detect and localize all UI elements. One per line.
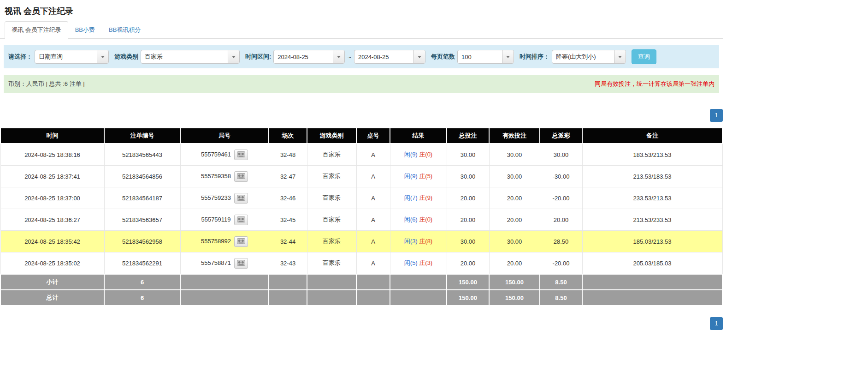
sort-order-input[interactable]: [552, 50, 614, 63]
cell-game-type: 百家乐: [307, 209, 356, 231]
cell-payout: -30.00: [540, 166, 582, 187]
subtotal-count: 6: [104, 274, 180, 290]
table-header-row: 时间注单编号局号场次游戏类别桌号结果总投注有效投注总派彩备注: [0, 128, 722, 144]
date-from-select[interactable]: [273, 50, 345, 64]
cell-time: 2024-08-25 18:35:02: [0, 252, 104, 275]
page-button-1[interactable]: 1: [710, 317, 723, 330]
cell-game-type: 百家乐: [307, 252, 356, 275]
video-replay-button[interactable]: [234, 193, 248, 204]
total-valid-bet: 150.00: [489, 290, 540, 306]
cell-game-type: 百家乐: [307, 187, 356, 209]
cell-result: 闲(7) 庄(9): [390, 187, 447, 209]
column-header: 局号: [180, 128, 269, 144]
round-id-text: 555759358: [201, 172, 231, 179]
chevron-down-icon[interactable]: [614, 50, 626, 63]
result-banker: 庄(9): [419, 194, 432, 201]
cell-valid-bet: 20.00: [489, 252, 540, 275]
cell-result: 闲(6) 庄(0): [390, 209, 447, 231]
cell-round-id: 555759358: [180, 166, 269, 187]
total-label: 总计: [0, 290, 104, 306]
cell-total-bet[interactable]: 30.00: [447, 144, 489, 166]
subtotal-empty-round: [180, 274, 269, 290]
date-to-select[interactable]: [354, 50, 425, 64]
cell-game-type: 百家乐: [307, 166, 356, 187]
search-button[interactable]: 查询: [632, 49, 656, 64]
cell-result: 闲(5) 庄(3): [390, 252, 447, 275]
video-camera-icon: [237, 174, 245, 180]
cell-table-no: A: [356, 187, 390, 209]
video-replay-button[interactable]: [234, 215, 248, 225]
video-replay-button[interactable]: [234, 258, 248, 269]
video-replay-button[interactable]: [234, 171, 248, 182]
cell-result: 闲(9) 庄(5): [390, 166, 447, 187]
cell-total-bet[interactable]: 30.00: [447, 231, 489, 252]
cell-total-bet[interactable]: 20.00: [447, 187, 489, 209]
cell-bet-id: 521834564187: [104, 187, 180, 209]
subtotal-valid-bet: 150.00: [489, 274, 540, 290]
total-empty-round: [180, 290, 269, 306]
page-title: 视讯 会员下注纪录: [5, 6, 723, 17]
time-range-label: 时间区间:: [245, 53, 271, 61]
cell-round-id: 555759119: [180, 209, 269, 231]
tab-bb-tips[interactable]: BB小费: [68, 21, 102, 39]
chevron-down-icon[interactable]: [502, 50, 514, 63]
result-banker: 庄(0): [419, 151, 432, 158]
cell-table-no: A: [356, 144, 390, 166]
query-type-select[interactable]: [35, 50, 109, 64]
chevron-down-icon[interactable]: [228, 50, 239, 63]
cell-note: 213.53/233.53: [582, 209, 722, 231]
subtotal-row: 小计6150.00150.008.50: [0, 274, 722, 290]
main-content: 视讯 会员下注纪录 视讯 会员下注纪录 BB小费 BB视讯积分 请选择： 游戏类…: [0, 6, 723, 330]
tab-bb-video-points[interactable]: BB视讯积分: [102, 21, 148, 39]
cell-total-bet[interactable]: 20.00: [447, 209, 489, 231]
cell-bet-id: 521834562291: [104, 252, 180, 275]
cell-total-bet[interactable]: 20.00: [447, 252, 489, 275]
query-type-input[interactable]: [35, 50, 97, 63]
cell-round-id: 555758871: [180, 252, 269, 275]
date-to-input[interactable]: [354, 50, 413, 63]
video-replay-button[interactable]: [234, 150, 248, 160]
cell-total-bet[interactable]: 30.00: [447, 166, 489, 187]
per-page-input[interactable]: [458, 50, 502, 63]
chevron-down-icon[interactable]: [413, 50, 425, 63]
cell-note: 183.53/213.53: [582, 144, 722, 166]
column-header: 有效投注: [489, 128, 540, 144]
result-banker: 庄(8): [419, 238, 432, 245]
table-row: 2024-08-25 18:37:00521834564187555759233…: [0, 187, 722, 209]
cell-valid-bet: 30.00: [489, 231, 540, 252]
column-header: 桌号: [356, 128, 390, 144]
cell-session: 32-43: [269, 252, 307, 275]
video-camera-icon: [237, 239, 245, 246]
cell-result: 闲(3) 庄(8): [390, 231, 447, 252]
query-type-label: 请选择：: [8, 53, 32, 61]
total-empty-session: [269, 290, 307, 306]
page-button-1[interactable]: 1: [710, 109, 723, 122]
video-replay-button[interactable]: [234, 236, 248, 247]
per-page-select[interactable]: [457, 50, 514, 64]
cell-valid-bet: 20.00: [489, 209, 540, 231]
result-player: 闲(9): [404, 151, 418, 158]
cell-bet-id: 521834562958: [104, 231, 180, 252]
tab-betting-records[interactable]: 视讯 会员下注纪录: [5, 21, 68, 39]
date-from-input[interactable]: [274, 50, 333, 63]
tab-bar: 视讯 会员下注纪录 BB小费 BB视讯积分: [0, 21, 723, 39]
game-type-select[interactable]: [141, 50, 240, 64]
subtotal-empty-game: [307, 274, 356, 290]
currency-summary-text: 币别：人民币 | 总共 :6 注单 |: [8, 80, 85, 88]
column-header: 时间: [0, 128, 104, 144]
cell-payout: 20.00: [540, 209, 582, 231]
total-total-bet: 150.00: [447, 290, 489, 306]
chevron-down-icon[interactable]: [333, 50, 344, 63]
column-header: 备注: [582, 128, 722, 144]
sort-order-select[interactable]: [552, 50, 626, 64]
cell-payout: -20.00: [540, 187, 582, 209]
subtotal-payout: 8.50: [540, 274, 582, 290]
game-type-input[interactable]: [141, 50, 228, 63]
result-player: 闲(3): [404, 238, 418, 245]
cell-game-type: 百家乐: [307, 231, 356, 252]
cell-table-no: A: [356, 252, 390, 275]
video-camera-icon: [237, 152, 245, 159]
column-header: 游戏类别: [307, 128, 356, 144]
pagination-bottom: 1: [0, 317, 723, 330]
chevron-down-icon[interactable]: [97, 50, 108, 63]
